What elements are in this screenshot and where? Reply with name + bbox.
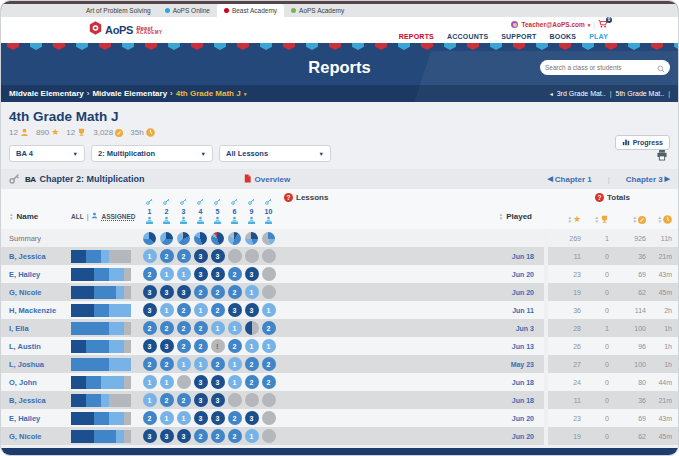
lesson-score[interactable] bbox=[245, 321, 259, 335]
lesson-column-header[interactable]: 5 bbox=[209, 198, 226, 227]
student-name[interactable]: G, Nicole bbox=[1, 288, 69, 297]
lesson-score[interactable]: 3 bbox=[211, 411, 225, 425]
star-column-header[interactable]: ▲▼★ bbox=[548, 215, 584, 224]
lesson-score[interactable]: 1 bbox=[228, 375, 242, 389]
lesson-column-header[interactable]: 6 bbox=[226, 198, 243, 227]
lesson-score[interactable]: 1 bbox=[143, 375, 157, 389]
student-name[interactable]: L, Austin bbox=[1, 342, 69, 351]
help-icon[interactable]: ? bbox=[595, 193, 604, 202]
lesson-select[interactable]: All Lessons▼ bbox=[219, 145, 331, 162]
chapter-select[interactable]: 2: Multiplication▼ bbox=[91, 145, 213, 162]
nav-item-support[interactable]: SUPPORT bbox=[501, 33, 536, 40]
lesson-score[interactable]: 3 bbox=[160, 285, 174, 299]
lesson-score[interactable]: 2 bbox=[160, 249, 174, 263]
search-icon[interactable] bbox=[657, 59, 665, 77]
lesson-score[interactable]: 2 bbox=[262, 321, 276, 335]
played-date[interactable]: Jun 18 bbox=[277, 379, 544, 386]
lesson-score[interactable]: 3 bbox=[143, 303, 157, 317]
summary-pie[interactable] bbox=[228, 232, 241, 245]
lesson-score[interactable]: 2 bbox=[160, 321, 174, 335]
lesson-score[interactable]: 3 bbox=[177, 429, 191, 443]
breadcrumb-item[interactable]: Midvale Elementary bbox=[9, 89, 84, 98]
lesson-score[interactable]: 1 bbox=[245, 339, 259, 353]
lesson-score[interactable]: 1 bbox=[245, 285, 259, 299]
class-search-input[interactable] bbox=[545, 64, 657, 71]
lesson-score[interactable]: 3 bbox=[194, 411, 208, 425]
lesson-score[interactable]: 3 bbox=[245, 303, 259, 317]
lesson-score[interactable]: 2 bbox=[262, 375, 276, 389]
lesson-score[interactable]: 3 bbox=[245, 411, 259, 425]
lesson-score[interactable]: 2 bbox=[228, 285, 242, 299]
lesson-column-header[interactable]: 9 bbox=[243, 198, 260, 227]
nav-item-books[interactable]: BOOKS bbox=[550, 33, 577, 40]
sibling-class-link[interactable]: 3rd Grade Mat.. bbox=[557, 90, 606, 97]
clock-column-header[interactable]: ▲▼ bbox=[650, 215, 678, 224]
all-toggle[interactable]: ALL bbox=[71, 213, 84, 220]
lesson-score[interactable]: 2 bbox=[245, 357, 259, 371]
summary-pie[interactable] bbox=[143, 232, 156, 245]
played-date[interactable]: Jun 3 bbox=[277, 325, 544, 332]
all-assigned-toggle[interactable]: ALL | ASSIGNED bbox=[71, 212, 135, 220]
nav-item-reports[interactable]: REPORTS bbox=[399, 33, 434, 40]
lesson-score[interactable]: 3 bbox=[143, 285, 157, 299]
cart-button[interactable]: 0 bbox=[598, 20, 608, 29]
lesson-score[interactable]: 2 bbox=[143, 357, 157, 371]
lesson-score[interactable]: 1 bbox=[228, 321, 242, 335]
lesson-score[interactable]: 3 bbox=[211, 375, 225, 389]
lesson-score[interactable] bbox=[262, 249, 276, 263]
lesson-score[interactable]: 2 bbox=[177, 393, 191, 407]
played-date[interactable]: May 23 bbox=[277, 361, 544, 368]
lesson-score[interactable]: 3 bbox=[228, 303, 242, 317]
check-column-header[interactable]: ▲▼✓ bbox=[612, 215, 650, 224]
played-date[interactable]: Jun 11 bbox=[277, 307, 544, 314]
played-date[interactable]: Jun 20 bbox=[277, 271, 544, 278]
lesson-score[interactable] bbox=[262, 429, 276, 443]
lesson-score[interactable]: 2 bbox=[194, 429, 208, 443]
lesson-score[interactable]: 2 bbox=[211, 285, 225, 299]
lesson-column-header[interactable]: 1 bbox=[141, 198, 158, 227]
student-name[interactable]: E, Hailey bbox=[1, 414, 69, 423]
played-date[interactable]: Jun 20 bbox=[277, 289, 544, 296]
played-date[interactable]: Jun 20 bbox=[277, 415, 544, 422]
lesson-score[interactable]: 2 bbox=[143, 267, 157, 281]
lesson-score[interactable]: 1 bbox=[262, 339, 276, 353]
ba-level-select[interactable]: BA 4▼ bbox=[9, 145, 85, 162]
lesson-score[interactable]: ! bbox=[211, 339, 225, 353]
student-name[interactable]: B, Jessica bbox=[1, 396, 69, 405]
student-name[interactable]: O, John bbox=[1, 378, 69, 387]
assign-icon[interactable] bbox=[196, 216, 205, 227]
played-column-header[interactable]: ▲▼ Played bbox=[499, 212, 532, 221]
breadcrumb-item[interactable]: 4th Grade Math J bbox=[176, 89, 241, 98]
lesson-score[interactable]: 2 bbox=[211, 303, 225, 317]
lesson-score[interactable]: 2 bbox=[228, 267, 242, 281]
lesson-score[interactable]: 1 bbox=[228, 357, 242, 371]
lesson-score[interactable] bbox=[228, 393, 242, 407]
sibling-class-link[interactable]: 5th Grade Mat.. bbox=[616, 90, 665, 97]
lesson-score[interactable]: 2 bbox=[194, 321, 208, 335]
lesson-column-header[interactable]: 4 bbox=[192, 198, 209, 227]
played-date[interactable]: Jun 13 bbox=[277, 343, 544, 350]
played-date[interactable]: Jun 18 bbox=[277, 397, 544, 404]
browser-tab[interactable]: AoPS Academy bbox=[284, 4, 351, 17]
assigned-toggle[interactable]: ASSIGNED bbox=[101, 213, 135, 220]
lesson-score[interactable]: 2 bbox=[177, 321, 191, 335]
student-name[interactable]: L, Joshua bbox=[1, 360, 69, 369]
lesson-score[interactable]: 1 bbox=[194, 303, 208, 317]
lesson-score[interactable]: 3 bbox=[194, 393, 208, 407]
overview-link[interactable]: Overview bbox=[243, 174, 291, 185]
student-name[interactable]: E, Hailey bbox=[1, 270, 69, 279]
lesson-score[interactable]: 3 bbox=[194, 375, 208, 389]
lesson-score[interactable] bbox=[228, 249, 242, 263]
avatar[interactable] bbox=[511, 21, 518, 28]
assign-icon[interactable] bbox=[162, 216, 171, 227]
help-icon[interactable]: ? bbox=[284, 193, 293, 202]
aops-logo[interactable]: AoPS Beast ACADEMY bbox=[89, 21, 162, 39]
lesson-score[interactable]: 3 bbox=[211, 249, 225, 263]
lesson-column-header[interactable]: 3 bbox=[175, 198, 192, 227]
assign-icon[interactable] bbox=[264, 216, 273, 227]
lesson-score[interactable]: 1 bbox=[211, 321, 225, 335]
assign-icon[interactable] bbox=[179, 216, 188, 227]
lesson-score[interactable]: 1 bbox=[160, 267, 174, 281]
lesson-score[interactable] bbox=[177, 375, 191, 389]
lesson-score[interactable]: 2 bbox=[228, 339, 242, 353]
